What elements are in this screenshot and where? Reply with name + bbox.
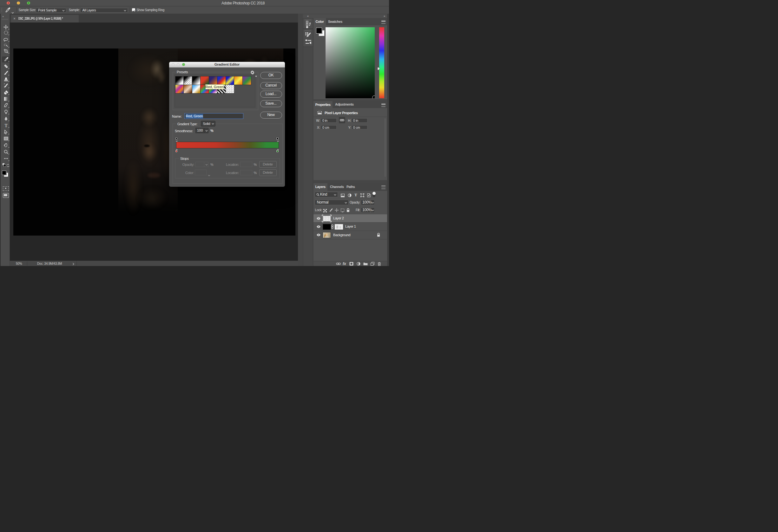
svg-text:T: T <box>4 123 7 128</box>
